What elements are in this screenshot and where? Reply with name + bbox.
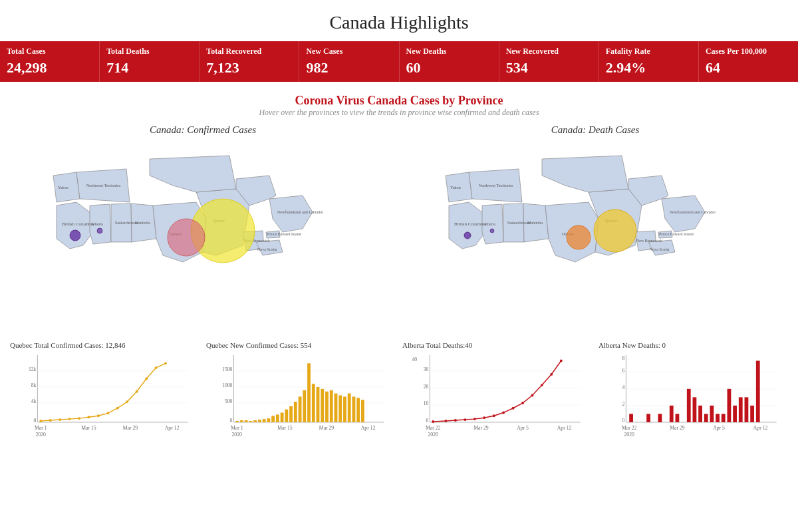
svg-rect-152 — [687, 389, 691, 422]
svg-rect-155 — [704, 414, 708, 422]
svg-rect-85 — [307, 363, 311, 422]
map-section-subtitle: Hover over the provinces to view the tre… — [0, 108, 798, 118]
svg-text:Yukon: Yukon — [450, 186, 461, 190]
confirmed-map-svg: British Columbia Alberta Saskatchewan Ma… — [7, 139, 399, 332]
svg-point-15 — [97, 228, 102, 233]
stat-label-new-recovered: New Recovered — [506, 47, 592, 57]
svg-text:New Brunswick: New Brunswick — [636, 239, 662, 243]
svg-point-47 — [97, 414, 100, 417]
svg-point-48 — [106, 412, 109, 415]
svg-rect-88 — [321, 389, 324, 422]
svg-rect-93 — [343, 396, 346, 422]
svg-rect-81 — [289, 406, 293, 422]
svg-rect-75 — [263, 419, 266, 422]
svg-rect-156 — [710, 406, 714, 422]
svg-text:Alberta: Alberta — [483, 222, 495, 226]
maps-row: Canada: Confirmed Cases — [0, 124, 798, 334]
svg-rect-84 — [303, 390, 306, 422]
svg-text:Northwest Territories: Northwest Territories — [479, 184, 513, 188]
svg-rect-86 — [312, 384, 315, 422]
svg-text:Newfoundland and Labrador: Newfoundland and Labrador — [277, 210, 323, 214]
svg-text:Northwest Territories: Northwest Territories — [86, 184, 121, 188]
svg-point-117 — [473, 418, 476, 420]
stat-total-deaths: Total Deaths 714 — [100, 41, 200, 82]
svg-rect-95 — [352, 396, 356, 422]
svg-rect-94 — [348, 394, 351, 422]
svg-rect-153 — [693, 397, 697, 422]
svg-text:Apr 5: Apr 5 — [517, 425, 529, 431]
svg-rect-73 — [253, 420, 257, 422]
svg-text:Manitoba: Manitoba — [527, 221, 543, 225]
chart-svg-2: 0 10 20 30 40 Mar 22 Mar 29 — [402, 352, 592, 438]
svg-point-114 — [445, 420, 448, 422]
svg-text:2020: 2020 — [428, 432, 439, 438]
svg-rect-96 — [356, 398, 360, 422]
svg-rect-74 — [258, 420, 261, 422]
svg-text:British Columbia: British Columbia — [454, 221, 487, 227]
svg-text:Mar 29: Mar 29 — [319, 425, 334, 431]
svg-text:Nova Scotia: Nova Scotia — [650, 247, 670, 251]
svg-point-29 — [567, 225, 591, 249]
stat-value-total-deaths: 714 — [106, 59, 192, 76]
stat-value-cases-per-100k: 64 — [706, 59, 791, 76]
svg-text:Prince Edward Island: Prince Edward Island — [267, 232, 301, 236]
svg-rect-154 — [698, 406, 702, 422]
svg-point-123 — [531, 394, 534, 397]
svg-point-124 — [541, 384, 543, 386]
stat-label-total-deaths: Total Deaths — [106, 47, 192, 57]
svg-rect-80 — [285, 410, 288, 422]
svg-rect-159 — [728, 389, 732, 422]
svg-point-125 — [550, 373, 553, 376]
svg-text:Mar 29: Mar 29 — [670, 425, 685, 431]
svg-text:8: 8 — [622, 355, 625, 361]
svg-point-46 — [88, 416, 90, 418]
svg-text:Saskatchewan: Saskatchewan — [507, 221, 530, 225]
svg-rect-77 — [271, 416, 275, 422]
svg-text:2: 2 — [622, 401, 625, 407]
svg-rect-87 — [317, 387, 320, 422]
svg-rect-149 — [670, 406, 674, 422]
svg-point-30 — [464, 232, 471, 239]
svg-rect-90 — [330, 390, 333, 422]
svg-text:Apr 12: Apr 12 — [753, 425, 768, 431]
stat-label-cases-per-100k: Cases Per 100,000 — [706, 47, 791, 57]
svg-rect-162 — [745, 397, 749, 422]
death-cases-map: Canada: Death Cases British Columbia Alb… — [399, 124, 791, 334]
svg-text:Mar 22: Mar 22 — [426, 425, 441, 431]
svg-point-52 — [145, 378, 148, 380]
svg-text:Nova Scotia: Nova Scotia — [257, 247, 277, 251]
svg-text:12k: 12k — [29, 366, 37, 372]
stat-value-total-recovered: 7,123 — [206, 59, 292, 76]
svg-text:30: 30 — [424, 366, 429, 372]
svg-rect-82 — [294, 402, 297, 422]
svg-text:4: 4 — [622, 384, 625, 390]
svg-text:Mar 15: Mar 15 — [277, 425, 293, 431]
svg-text:Mar 29: Mar 29 — [473, 425, 489, 431]
svg-text:8k: 8k — [31, 382, 37, 388]
chart-label-0: Quebec Total Confirmed Cases: 12,846 — [10, 341, 200, 349]
svg-point-51 — [136, 390, 138, 393]
svg-rect-163 — [750, 406, 754, 422]
svg-point-41 — [39, 420, 42, 422]
svg-rect-161 — [739, 397, 743, 422]
svg-rect-150 — [676, 414, 680, 422]
stat-new-recovered: New Recovered 534 — [499, 41, 599, 82]
svg-text:Apr 12: Apr 12 — [165, 425, 180, 431]
svg-text:1000: 1000 — [222, 382, 233, 388]
stats-bar: Total Cases 24,298 Total Deaths 714 Tota… — [0, 41, 798, 82]
svg-rect-157 — [716, 414, 720, 422]
svg-text:British Columbia: British Columbia — [62, 221, 94, 227]
page-title: Canada Highlights — [0, 0, 798, 41]
svg-rect-97 — [361, 400, 364, 422]
svg-text:500: 500 — [225, 398, 233, 404]
stat-value-new-deaths: 60 — [406, 59, 492, 76]
svg-text:Apr 12: Apr 12 — [361, 425, 376, 431]
svg-text:Prince Edward Island: Prince Edward Island — [659, 232, 694, 236]
svg-rect-147 — [658, 414, 662, 422]
svg-text:20: 20 — [424, 384, 429, 390]
svg-text:Alberta: Alberta — [91, 222, 103, 226]
stat-label-total-cases: Total Cases — [7, 47, 92, 57]
svg-point-13 — [168, 219, 205, 256]
svg-rect-78 — [276, 414, 279, 422]
map-section-title: Corona Virus Canada Cases by Province — [0, 94, 798, 108]
